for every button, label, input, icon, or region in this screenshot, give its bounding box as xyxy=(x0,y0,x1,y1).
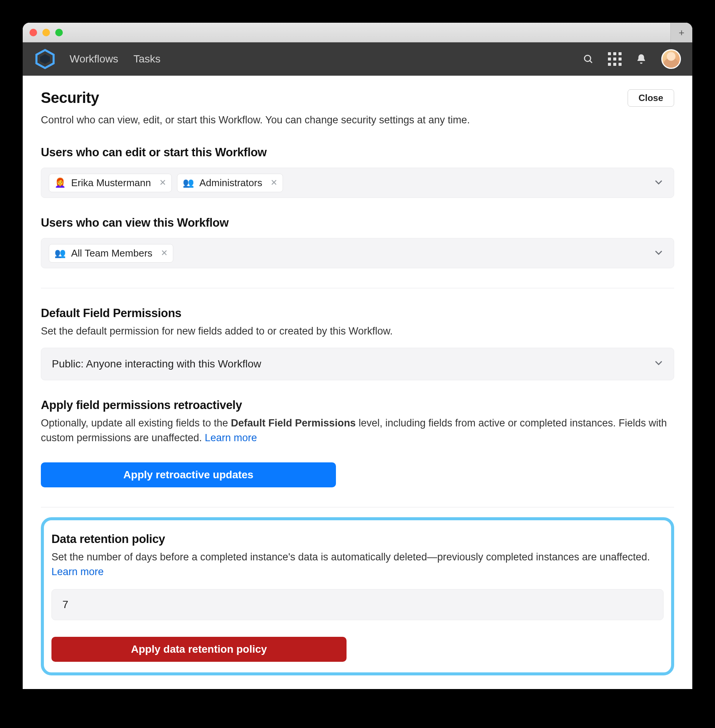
new-tab-button[interactable]: + xyxy=(670,23,692,42)
app-window: + Workflows Tasks Security Close xyxy=(23,23,692,689)
main-nav: Workflows Tasks xyxy=(70,53,160,65)
default-perms-value: Public: Anyone interacting with this Wor… xyxy=(52,358,261,370)
chip-remove-icon[interactable]: ✕ xyxy=(159,178,166,188)
window-close-icon[interactable] xyxy=(30,29,37,36)
svg-marker-1 xyxy=(40,54,50,64)
notifications-icon[interactable] xyxy=(635,53,648,65)
page-content: Security Close Control who can view, edi… xyxy=(23,76,692,689)
group-icon: 👥 xyxy=(54,248,66,258)
retention-desc-text: Set the number of days before a complete… xyxy=(51,551,650,563)
apps-icon[interactable] xyxy=(608,53,621,65)
window-zoom-icon[interactable] xyxy=(55,29,63,36)
editors-picker[interactable]: 👩‍🦰 Erika Mustermann ✕ 👥 Administrators … xyxy=(41,168,674,198)
retroactive-heading: Apply field permissions retroactively xyxy=(41,398,674,412)
avatar[interactable] xyxy=(661,49,681,69)
retention-learn-more-link[interactable]: Learn more xyxy=(51,566,104,577)
group-icon: 👥 xyxy=(183,177,194,188)
apply-retention-button[interactable]: Apply data retention policy xyxy=(51,637,347,662)
viewers-heading: Users who can view this Workflow xyxy=(41,216,674,230)
page-subtitle: Control who can view, edit, or start thi… xyxy=(41,113,674,128)
nav-tasks[interactable]: Tasks xyxy=(134,53,161,65)
chip-label: Administrators xyxy=(199,177,262,189)
chip-label: Erika Mustermann xyxy=(71,177,151,189)
viewers-picker[interactable]: 👥 All Team Members ✕ xyxy=(41,238,674,268)
chip-remove-icon[interactable]: ✕ xyxy=(161,248,168,258)
chip-editor[interactable]: 👩‍🦰 Erika Mustermann ✕ xyxy=(49,174,172,192)
chevron-down-icon[interactable] xyxy=(653,177,664,189)
retention-heading: Data retention policy xyxy=(51,532,664,546)
traffic-lights xyxy=(30,29,63,36)
viewers-chips: 👥 All Team Members ✕ xyxy=(49,244,173,263)
editors-heading: Users who can edit or start this Workflo… xyxy=(41,146,674,159)
close-button[interactable]: Close xyxy=(628,89,674,107)
nav-workflows[interactable]: Workflows xyxy=(70,53,118,65)
svg-point-2 xyxy=(584,55,591,61)
editors-chips: 👩‍🦰 Erika Mustermann ✕ 👥 Administrators … xyxy=(49,174,283,192)
search-icon[interactable] xyxy=(582,53,595,65)
default-perms-heading: Default Field Permissions xyxy=(41,306,674,320)
retention-desc: Set the number of days before a complete… xyxy=(51,550,664,579)
retroactive-learn-more-link[interactable]: Learn more xyxy=(205,432,257,443)
chip-editor[interactable]: 👥 Administrators ✕ xyxy=(177,174,283,192)
default-perms-select[interactable]: Public: Anyone interacting with this Wor… xyxy=(41,348,674,380)
header-actions xyxy=(582,49,681,69)
person-icon: 👩‍🦰 xyxy=(54,177,66,188)
chip-remove-icon[interactable]: ✕ xyxy=(270,178,277,188)
svg-line-3 xyxy=(590,61,592,63)
data-retention-highlight: Data retention policy Set the number of … xyxy=(41,517,674,675)
apply-retroactive-button[interactable]: Apply retroactive updates xyxy=(41,462,336,487)
chevron-down-icon[interactable] xyxy=(653,247,664,259)
retroactive-desc-pre: Optionally, update all existing fields t… xyxy=(41,417,231,429)
chevron-down-icon[interactable] xyxy=(653,358,664,371)
chip-viewer[interactable]: 👥 All Team Members ✕ xyxy=(49,244,173,263)
divider xyxy=(41,288,674,288)
retroactive-desc-bold: Default Field Permissions xyxy=(231,417,356,429)
window-minimize-icon[interactable] xyxy=(42,29,50,36)
retroactive-desc: Optionally, update all existing fields t… xyxy=(41,416,674,445)
app-header: Workflows Tasks xyxy=(23,42,692,76)
chip-label: All Team Members xyxy=(71,247,152,259)
retention-days-input[interactable] xyxy=(51,589,664,620)
page-title: Security xyxy=(41,89,99,106)
divider xyxy=(41,507,674,507)
app-logo-icon[interactable] xyxy=(34,48,56,70)
mac-titlebar: + xyxy=(23,23,692,42)
default-perms-desc: Set the default permission for new field… xyxy=(41,324,674,339)
